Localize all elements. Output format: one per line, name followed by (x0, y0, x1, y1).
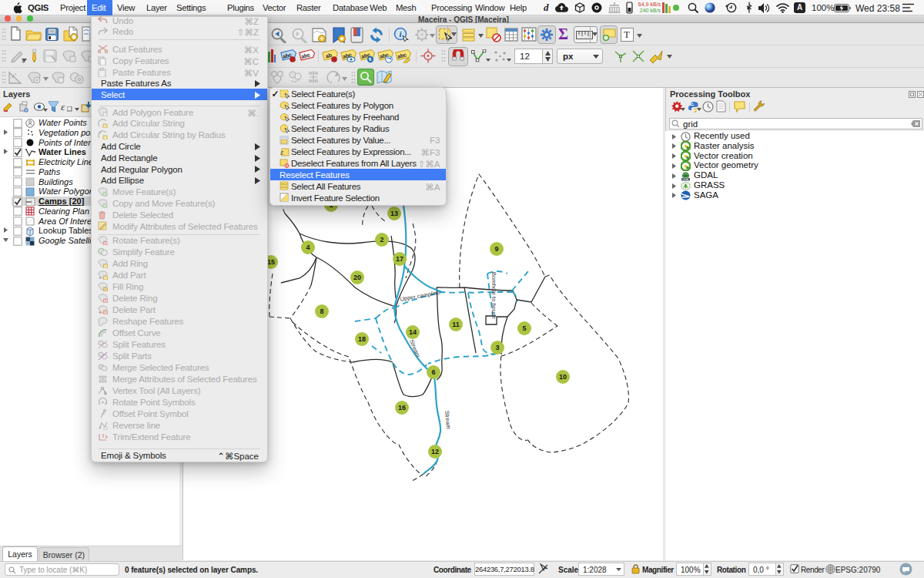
svg-text:17: 17 (396, 255, 403, 263)
svg-text:20: 20 (353, 274, 361, 281)
svg-text:Stream: Stream (444, 410, 452, 429)
svg-text:Upper campline: Upper campline (400, 289, 440, 303)
svg-text:14: 14 (409, 328, 417, 336)
svg-text:16: 16 (398, 404, 406, 412)
svg-text:4: 4 (306, 244, 310, 251)
svg-text:13: 13 (390, 210, 398, 217)
svg-text:6: 6 (431, 368, 435, 376)
svg-text:ε: ε (280, 147, 284, 156)
svg-text:15: 15 (267, 258, 275, 266)
svg-text:Borehole to house: Borehole to house (490, 272, 497, 319)
svg-text:9: 9 (494, 245, 498, 253)
svg-text:2: 2 (380, 236, 383, 244)
svg-text:11: 11 (452, 321, 460, 328)
svg-text:5: 5 (522, 324, 526, 332)
svg-text:3: 3 (495, 344, 499, 351)
svg-text:18: 18 (358, 335, 366, 343)
svg-text:8: 8 (320, 307, 323, 315)
svg-text:12: 12 (431, 448, 439, 455)
svg-text:10: 10 (559, 373, 567, 381)
